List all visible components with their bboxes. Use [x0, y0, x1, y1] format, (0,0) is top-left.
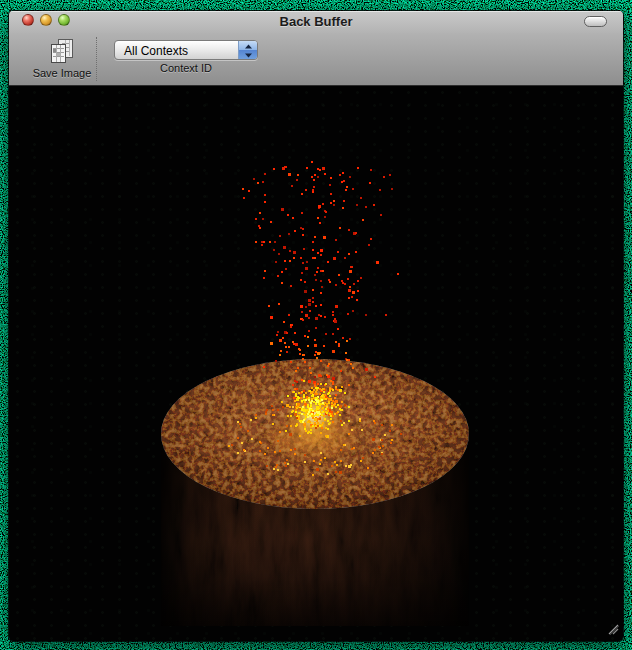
popup-updown-arrows-icon [238, 41, 257, 59]
resize-grip-icon[interactable] [605, 621, 621, 637]
titlebar[interactable]: Back Buffer [9, 11, 623, 33]
back-buffer-window: Back Buffer Save Image Al [8, 10, 624, 642]
save-image-label: Save Image [17, 67, 107, 79]
context-id-popup[interactable]: All Contexts [114, 40, 258, 60]
particle-scene [9, 86, 624, 642]
context-id-popup-value: All Contexts [124, 44, 188, 58]
render-view [9, 86, 623, 642]
context-id-label: Context ID [106, 62, 266, 74]
window-title: Back Buffer [9, 14, 623, 29]
toolbar: Save Image All Contexts Context ID [9, 33, 623, 86]
save-image-icon [17, 37, 107, 65]
context-id-item: All Contexts Context ID [106, 37, 266, 74]
save-image-button[interactable]: Save Image [17, 37, 107, 79]
toolbar-toggle-button[interactable] [584, 16, 607, 27]
toolbar-separator [96, 37, 97, 81]
